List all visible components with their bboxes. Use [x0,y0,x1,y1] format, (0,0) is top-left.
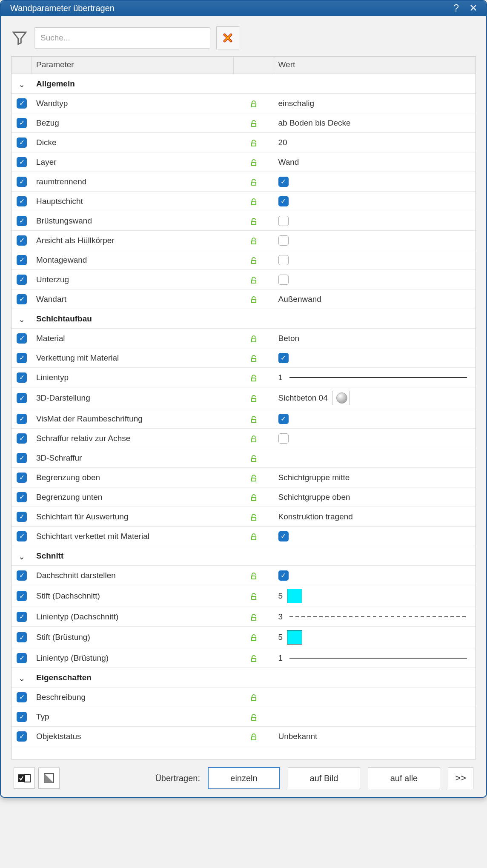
transfer-image-button[interactable]: auf Bild [288,767,360,789]
lock-toggle[interactable] [234,271,274,288]
chevron-down-icon[interactable]: ⌄ [17,315,27,324]
lock-toggle[interactable] [234,508,274,525]
lock-toggle[interactable] [234,134,274,151]
lock-toggle[interactable] [234,650,274,667]
value-text[interactable]: 1 [278,373,283,382]
row-checkbox[interactable]: ✓ [17,255,27,265]
lock-toggle[interactable] [234,291,274,308]
search-input[interactable] [34,27,210,49]
lock-toggle[interactable] [234,212,274,229]
lock-toggle[interactable] [234,390,274,407]
lock-toggle[interactable] [234,728,274,745]
help-icon[interactable]: ? [453,3,459,13]
row-checkbox[interactable]: ✓ [17,98,27,109]
lock-toggle[interactable] [234,115,274,132]
row-checkbox[interactable]: ✓ [17,531,27,541]
row-checkbox[interactable]: ✓ [17,157,27,167]
row-checkbox[interactable]: ✓ [17,333,27,344]
contrast-button[interactable] [38,768,60,789]
lock-toggle[interactable] [234,430,274,447]
group-allgemein[interactable]: ⌄ Allgemein [11,74,476,94]
lock-toggle[interactable] [234,154,274,171]
clear-search-button[interactable] [216,26,239,49]
value-checkbox[interactable]: ✓ [278,531,289,541]
lock-toggle[interactable] [234,232,274,249]
lock-toggle[interactable] [234,567,274,584]
column-parameter[interactable]: Parameter [32,57,234,74]
value-text[interactable]: 20 [278,138,287,147]
lock-toggle[interactable] [234,528,274,545]
toggle-all-checkboxes-button[interactable] [14,768,35,789]
column-value[interactable]: Wert [274,57,476,74]
value-text[interactable]: Konstruktion tragend [278,512,353,521]
group-schnitt[interactable]: ⌄ Schnitt [11,546,476,566]
row-checkbox[interactable]: ✓ [17,570,27,581]
value-checkbox[interactable] [278,216,289,226]
row-checkbox[interactable]: ✓ [17,118,27,128]
value-text[interactable]: Beton [278,334,300,343]
row-checkbox[interactable]: ✓ [17,492,27,502]
expand-more-button[interactable]: >> [448,767,473,789]
lock-toggle[interactable] [234,469,274,486]
lock-toggle[interactable] [234,349,274,367]
value-text[interactable]: 5 [278,633,283,642]
value-checkbox[interactable] [278,235,289,246]
row-checkbox[interactable]: ✓ [17,712,27,722]
row-checkbox[interactable]: ✓ [17,731,27,742]
pen-color-swatch[interactable] [287,630,302,645]
value-checkbox[interactable]: ✓ [278,177,289,187]
lock-toggle[interactable] [234,193,274,210]
value-checkbox[interactable]: ✓ [278,196,289,206]
lock-toggle[interactable] [234,608,274,625]
value-text[interactable]: 5 [278,591,283,601]
value-text[interactable]: Schichtgruppe oben [278,493,350,502]
transfer-all-button[interactable]: auf alle [368,767,440,789]
row-checkbox[interactable]: ✓ [17,372,27,383]
row-checkbox[interactable]: ✓ [17,414,27,424]
value-text[interactable]: Schichtgruppe mitte [278,473,350,482]
transfer-single-button[interactable]: einzeln [208,767,280,789]
value-text[interactable]: Wand [278,158,299,167]
value-text[interactable]: Unbekannt [278,732,318,741]
lock-toggle[interactable] [234,587,274,604]
row-checkbox[interactable]: ✓ [17,353,27,363]
pen-color-swatch[interactable] [287,589,302,603]
value-checkbox[interactable]: ✓ [278,570,289,581]
value-checkbox[interactable] [278,255,289,265]
lock-toggle[interactable] [234,629,274,646]
row-checkbox[interactable]: ✓ [17,196,27,206]
row-checkbox[interactable]: ✓ [17,591,27,601]
row-checkbox[interactable]: ✓ [17,692,27,702]
value-text[interactable]: 1 [278,653,283,663]
chevron-down-icon[interactable]: ⌄ [17,80,27,89]
lock-toggle[interactable] [234,410,274,427]
value-text[interactable]: ab Boden bis Decke [278,118,351,128]
row-checkbox[interactable]: ✓ [17,473,27,483]
lock-toggle[interactable] [234,252,274,269]
lock-toggle[interactable] [234,489,274,506]
row-checkbox[interactable]: ✓ [17,632,27,642]
lock-toggle[interactable] [234,708,274,725]
row-checkbox[interactable]: ✓ [17,138,27,148]
lock-toggle[interactable] [234,450,274,467]
value-text[interactable]: Außenwand [278,295,321,304]
row-checkbox[interactable]: ✓ [17,275,27,285]
row-checkbox[interactable]: ✓ [17,512,27,522]
group-eigenschaften[interactable]: ⌄ Eigenschaften [11,668,476,688]
row-checkbox[interactable]: ✓ [17,235,27,246]
value-checkbox[interactable]: ✓ [278,353,289,363]
filter-icon[interactable] [11,29,28,47]
value-text[interactable]: Sichtbeton 04 [278,393,328,403]
close-icon[interactable]: ✕ [469,3,478,13]
value-checkbox[interactable] [278,433,289,444]
lock-toggle[interactable] [234,173,274,190]
group-schichtaufbau[interactable]: ⌄ Schichtaufbau [11,309,476,329]
row-checkbox[interactable]: ✓ [17,294,27,304]
row-checkbox[interactable]: ✓ [17,653,27,663]
row-checkbox[interactable]: ✓ [17,393,27,403]
chevron-down-icon[interactable]: ⌄ [17,673,27,683]
value-text[interactable]: 3 [278,612,283,622]
lock-toggle[interactable] [234,95,274,112]
row-checkbox[interactable]: ✓ [17,433,27,444]
value-text[interactable]: einschalig [278,99,315,108]
